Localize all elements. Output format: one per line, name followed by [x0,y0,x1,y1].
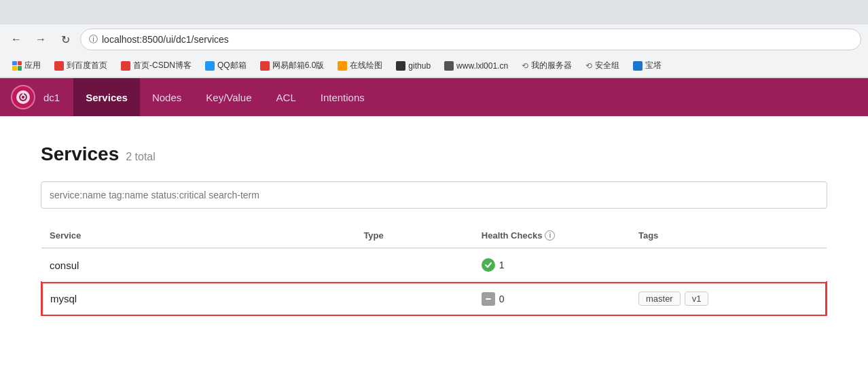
table-row-mysql[interactable]: mysql 0 master [41,282,827,316]
services-table: Service Type Health Checks i Tags [41,225,827,316]
bookmark-163[interactable]: 网易邮箱6.0版 [255,58,330,73]
csdn-icon [121,61,130,71]
table-row[interactable]: consul 1 [41,248,827,282]
nav-services[interactable]: Services [73,78,140,116]
health-check-mysql: 0 [482,292,622,306]
col-header-health: Health Checks i [473,225,630,248]
tag-v1: v1 [685,292,709,306]
bookmark-csdn[interactable]: 首页-CSDN博客 [115,58,197,73]
bookmarks-bar: 应用 到百度首页 首页-CSDN博客 QQ邮箱 网易邮箱6.0版 在线绘图 gi… [0,54,868,77]
nav-acl[interactable]: ACL [264,78,308,116]
bookmark-github[interactable]: github [391,59,436,73]
address-bar[interactable]: ⓘ localhost:8500/ui/dc1/services [80,29,861,50]
baidu-icon [54,61,64,71]
table-header-row: Service Type Health Checks i Tags [41,225,827,248]
server-icon: ⟲ [522,61,528,71]
url-text: localhost:8500/ui/dc1/services [102,34,229,45]
dc-label: dc1 [43,92,60,103]
bookmark-security[interactable]: ⟲ 安全组 [580,58,625,73]
tag-master: master [638,292,681,306]
service-type-consul [355,248,473,282]
page-count: 2 total [126,151,156,163]
service-name-consul: consul [41,248,355,282]
bookmark-baidu[interactable]: 到百度首页 [49,58,113,73]
secure-icon: ⓘ [89,33,98,46]
consul-logo-svg [18,92,28,102]
security-icon: ⟲ [585,61,592,71]
health-count-mysql: 0 [499,294,505,304]
health-icon-none [482,292,495,306]
page-header: Services 2 total [41,143,827,165]
bookmark-lxl[interactable]: www.lxl001.cn [439,59,513,73]
github-icon [396,61,405,71]
app-navbar: dc1 Services Nodes Key/Value ACL Intenti… [0,78,868,116]
service-type-mysql [355,282,473,316]
health-icon-passing [482,258,495,272]
col-header-tags: Tags [630,225,827,248]
lxl-icon [444,61,454,71]
health-count-consul: 1 [499,260,505,270]
browser-controls: ← → ↻ ⓘ localhost:8500/ui/dc1/services [0,24,868,54]
tags-list-mysql: master v1 [638,292,818,306]
service-tags-consul [630,248,827,282]
browser-chrome: ← → ↻ ⓘ localhost:8500/ui/dc1/services 应… [0,0,868,78]
col-header-service: Service [41,225,355,248]
nav-intentions[interactable]: Intentions [308,78,377,116]
forward-button[interactable]: → [31,30,50,49]
service-name-mysql: mysql [41,282,355,316]
page-title: Services [41,143,119,165]
health-info-icon[interactable]: i [545,230,555,241]
nav-nodes[interactable]: Nodes [140,78,194,116]
service-health-consul: 1 [473,248,630,282]
svg-point-2 [22,93,24,94]
nav-items: Services Nodes Key/Value ACL Intentions [73,78,377,116]
service-health-mysql: 0 [473,282,630,316]
main-content: Services 2 total Service Type Health Che… [0,116,868,388]
service-tags-mysql: master v1 [630,282,827,316]
bookmark-draw[interactable]: 在线绘图 [332,58,388,73]
back-button[interactable]: ← [7,30,26,49]
bt-icon [633,61,643,71]
bookmark-qq[interactable]: QQ邮箱 [200,58,252,73]
netease-icon [260,61,270,71]
draw-icon [338,61,347,71]
nav-keyvalue[interactable]: Key/Value [194,78,264,116]
tab-bar [0,0,868,24]
consul-logo [11,85,35,109]
reload-button[interactable]: ↻ [56,30,75,49]
bookmark-apps[interactable]: 应用 [7,58,46,73]
search-input[interactable] [41,181,827,209]
qq-icon [205,61,215,71]
health-check-consul: 1 [482,258,622,272]
consul-logo-inner [16,90,30,104]
bookmark-server[interactable]: ⟲ 我的服务器 [516,58,577,73]
col-header-type: Type [355,225,473,248]
bookmark-bt[interactable]: 宝塔 [628,58,667,73]
